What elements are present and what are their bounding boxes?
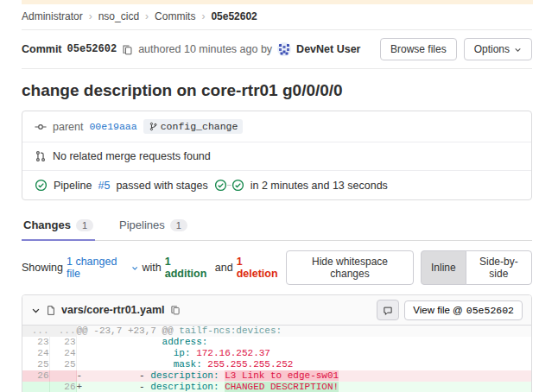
diff-line-removed: 26 - - description: L3 Link to edge-sw01 [22,370,531,382]
diff-line-added: 26 + - description: CHANGED DESCRIPTION! [22,382,531,392]
and-label: and [215,262,233,274]
pipeline-label: Pipeline [54,180,92,192]
file-diff-header: vars/core-rtr01.yaml View file @ 05e5260… [22,295,531,326]
side-by-side-view-button[interactable]: Side-by-side [466,250,532,285]
tab-changes-label: Changes [23,218,71,231]
authored-text: authored 10 minutes ago by [138,43,272,55]
merge-request-icon [35,150,47,162]
commit-sha: 05e52602 [67,43,117,55]
view-file-sha: 05e52602 [466,305,514,316]
breadcrumb-separator-icon: › [89,10,92,22]
inline-view-button[interactable]: Inline [421,250,466,285]
branch-icon [149,122,158,131]
hunk-context: tailf-ncs:devices: [179,326,282,336]
breadcrumb-item-administrator[interactable]: Administrator [22,10,83,22]
view-file-label: View file @ [413,305,462,315]
breadcrumb: Administrator › nso_cicd › Commits › 05e… [22,4,532,30]
options-button-label: Options [474,43,510,55]
stage-passed-icon[interactable] [231,179,244,192]
commit-tabs: Changes 1 Pipelines 1 [22,211,532,241]
commit-info-card: parent 00e19aaa config_change No related… [22,111,532,200]
tab-pipelines[interactable]: Pipelines 1 [117,211,189,241]
old-line-number[interactable]: 24 [22,348,49,359]
code-indent [82,337,162,347]
hunk-header: @@ -23,7 +23,7 @@ [77,326,180,336]
with-label: with [142,262,161,274]
collapse-chevron-icon[interactable] [31,306,41,315]
pipeline-status-passed-icon[interactable] [35,179,48,192]
pipeline-duration-text: in 2 minutes and 13 seconds [250,180,388,192]
options-button[interactable]: Options [464,38,532,60]
yaml-key: address: [162,337,208,347]
code-indent [82,348,174,358]
new-line-number[interactable] [49,370,76,382]
view-file-button[interactable]: View file @ 05e52602 [404,300,523,320]
breadcrumb-separator-icon: › [201,10,205,22]
copy-file-path-icon[interactable] [170,305,181,315]
merge-request-text: No related merge requests found [53,150,211,162]
yaml-value: 255.255.255.252 [207,359,293,370]
branch-badge[interactable]: config_change [143,119,244,134]
merge-request-row: No related merge requests found [22,142,531,170]
code-indent [82,359,174,370]
comment-icon [383,305,393,316]
new-line-number[interactable]: 25 [49,359,76,370]
diff-line-context: 23 23 address: [22,337,531,348]
diff-view-toggle: Inline Side-by-side [421,250,532,285]
old-line-number[interactable]: 26 [22,370,49,382]
hide-whitespace-button[interactable]: Hide whitespace changes [286,250,414,285]
stage-passed-icon[interactable] [214,179,227,192]
file-path[interactable]: vars/core-rtr01.yaml [61,304,165,316]
showing-label: Showing [22,262,63,274]
yaml-key: ip: [174,348,196,358]
yaml-key: description: [150,370,225,381]
parent-row: parent 00e19aaa config_change [22,111,531,142]
breadcrumb-item-project[interactable]: nso_cicd [98,10,139,22]
new-line-number[interactable]: 23 [49,337,76,348]
commit-page: Administrator › nso_cicd › Commits › 05e… [0,4,539,392]
chevron-down-icon [131,264,138,272]
commit-title: change description on core-rtr01 g0/0/0/… [22,81,532,100]
branch-name: config_change [161,121,238,132]
tab-changes-count: 1 [76,219,93,231]
deletion-count: 1 deletion [237,256,282,280]
code-indent: - [82,370,150,381]
pipeline-number-link[interactable]: #5 [98,180,110,192]
new-line-number[interactable]: 26 [49,382,76,392]
file-icon [46,305,56,316]
author-name[interactable]: DevNet User [296,43,360,55]
tab-changes[interactable]: Changes 1 [22,211,95,241]
commit-icon [35,121,47,133]
expand-up-gutter[interactable]: ... [22,326,49,337]
breadcrumb-item-commits[interactable]: Commits [155,10,195,22]
diff-line-context: 25 25 mask: 255.255.255.252 [22,359,531,370]
parent-sha-link[interactable]: 00e19aaa [89,121,136,132]
tab-pipelines-count: 1 [170,219,187,231]
removed-value-highlight: L3 Link to edge-sw01 [225,370,339,381]
commit-label: Commit [22,43,62,55]
yaml-value: 172.16.252.37 [196,348,270,358]
pipeline-mini-graph [214,179,244,192]
changed-file-dropdown[interactable]: 1 changed file [67,256,128,280]
old-line-number[interactable]: 23 [22,337,49,348]
code-indent: - [82,382,150,392]
tab-pipelines-label: Pipelines [119,218,165,231]
chevron-down-icon [514,46,522,54]
copy-sha-icon[interactable] [122,44,133,55]
added-value-highlight: CHANGED DESCRIPTION! [225,382,339,392]
old-line-number[interactable]: 25 [22,359,49,370]
new-line-number[interactable]: 24 [49,348,76,359]
old-line-number[interactable] [22,382,49,392]
yaml-key: description: [150,382,225,392]
comment-on-file-button[interactable] [377,300,399,320]
pipeline-row: Pipeline #5 passed with stages in 2 minu… [22,170,531,199]
commit-header-bar: Commit 05e52602 authored 10 minutes ago … [22,30,532,69]
file-diff-panel: vars/core-rtr01.yaml View file @ 05e5260… [22,294,532,392]
browse-files-button[interactable]: Browse files [380,38,457,60]
diff-hunk-row: ... ... @@ -23,7 +23,7 @@ tailf-ncs:devi… [22,326,531,337]
breadcrumb-current-sha: 05e52602 [211,10,257,22]
yaml-key: mask: [174,359,208,370]
author-avatar[interactable] [277,42,291,56]
expand-up-gutter[interactable]: ... [49,326,76,337]
parent-label: parent [53,121,83,133]
